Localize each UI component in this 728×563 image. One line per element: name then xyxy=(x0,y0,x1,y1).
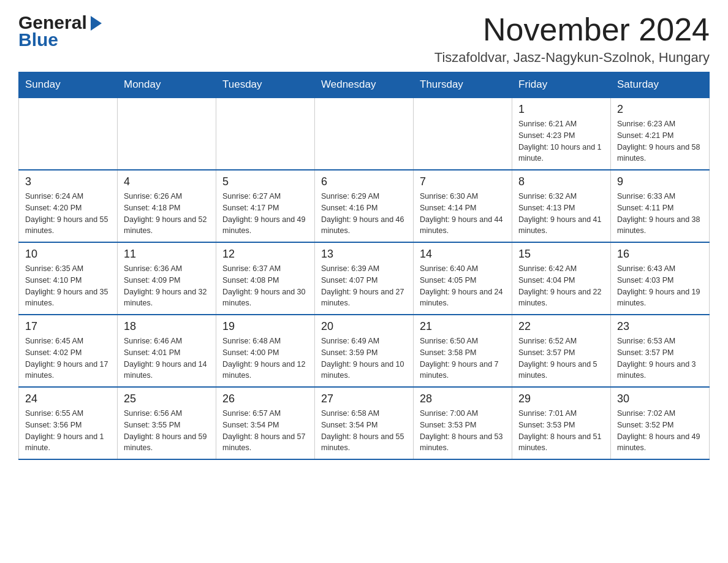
week-row-2: 3Sunrise: 6:24 AM Sunset: 4:20 PM Daylig… xyxy=(19,170,710,242)
week-row-5: 24Sunrise: 6:55 AM Sunset: 3:56 PM Dayli… xyxy=(19,387,710,459)
weekday-header-tuesday: Tuesday xyxy=(216,72,315,98)
weekday-header-saturday: Saturday xyxy=(611,72,710,98)
day-info: Sunrise: 6:24 AM Sunset: 4:20 PM Dayligh… xyxy=(25,191,111,237)
day-number: 14 xyxy=(420,248,506,261)
day-number: 23 xyxy=(617,320,703,333)
day-info: Sunrise: 6:42 AM Sunset: 4:04 PM Dayligh… xyxy=(518,263,604,309)
calendar-cell: 27Sunrise: 6:58 AM Sunset: 3:54 PM Dayli… xyxy=(315,387,414,459)
week-row-3: 10Sunrise: 6:35 AM Sunset: 4:10 PM Dayli… xyxy=(19,242,710,315)
calendar-cell: 23Sunrise: 6:53 AM Sunset: 3:57 PM Dayli… xyxy=(611,315,710,387)
day-number: 3 xyxy=(25,175,111,188)
day-number: 8 xyxy=(518,175,604,188)
day-info: Sunrise: 7:02 AM Sunset: 3:52 PM Dayligh… xyxy=(617,408,703,454)
day-info: Sunrise: 6:58 AM Sunset: 3:54 PM Dayligh… xyxy=(321,408,407,454)
day-number: 11 xyxy=(124,248,210,261)
calendar-cell: 5Sunrise: 6:27 AM Sunset: 4:17 PM Daylig… xyxy=(216,170,315,242)
calendar-cell xyxy=(414,98,512,170)
day-number: 9 xyxy=(617,175,703,188)
day-number: 26 xyxy=(222,393,308,405)
day-info: Sunrise: 6:29 AM Sunset: 4:16 PM Dayligh… xyxy=(321,191,407,237)
day-info: Sunrise: 6:56 AM Sunset: 3:55 PM Dayligh… xyxy=(124,408,210,454)
calendar-cell: 8Sunrise: 6:32 AM Sunset: 4:13 PM Daylig… xyxy=(512,170,611,242)
day-info: Sunrise: 6:57 AM Sunset: 3:54 PM Dayligh… xyxy=(222,408,308,454)
calendar-cell: 10Sunrise: 6:35 AM Sunset: 4:10 PM Dayli… xyxy=(19,242,118,315)
weekday-header-friday: Friday xyxy=(512,72,611,98)
day-number: 29 xyxy=(518,393,604,405)
day-number: 18 xyxy=(124,320,210,333)
day-info: Sunrise: 6:43 AM Sunset: 4:03 PM Dayligh… xyxy=(617,263,703,309)
day-info: Sunrise: 6:39 AM Sunset: 4:07 PM Dayligh… xyxy=(321,263,407,309)
week-row-1: 1Sunrise: 6:21 AM Sunset: 4:23 PM Daylig… xyxy=(19,98,710,170)
calendar-cell: 11Sunrise: 6:36 AM Sunset: 4:09 PM Dayli… xyxy=(118,242,216,315)
day-number: 4 xyxy=(124,175,210,188)
weekday-header-row: SundayMondayTuesdayWednesdayThursdayFrid… xyxy=(19,72,710,98)
day-info: Sunrise: 6:23 AM Sunset: 4:21 PM Dayligh… xyxy=(617,118,703,164)
day-number: 19 xyxy=(222,320,308,333)
day-number: 25 xyxy=(124,393,210,405)
calendar-cell: 24Sunrise: 6:55 AM Sunset: 3:56 PM Dayli… xyxy=(19,387,118,459)
calendar-cell: 30Sunrise: 7:02 AM Sunset: 3:52 PM Dayli… xyxy=(611,387,710,459)
day-info: Sunrise: 6:40 AM Sunset: 4:05 PM Dayligh… xyxy=(420,263,506,309)
day-number: 17 xyxy=(25,320,111,333)
calendar-cell: 14Sunrise: 6:40 AM Sunset: 4:05 PM Dayli… xyxy=(414,242,512,315)
day-info: Sunrise: 6:32 AM Sunset: 4:13 PM Dayligh… xyxy=(518,191,604,237)
day-number: 1 xyxy=(518,103,604,116)
calendar-cell: 20Sunrise: 6:49 AM Sunset: 3:59 PM Dayli… xyxy=(315,315,414,387)
weekday-header-sunday: Sunday xyxy=(19,72,118,98)
calendar-cell: 25Sunrise: 6:56 AM Sunset: 3:55 PM Dayli… xyxy=(118,387,216,459)
calendar-cell: 26Sunrise: 6:57 AM Sunset: 3:54 PM Dayli… xyxy=(216,387,315,459)
day-info: Sunrise: 6:37 AM Sunset: 4:08 PM Dayligh… xyxy=(222,263,308,309)
title-area: November 2024 Tiszafoldvar, Jasz-Nagykun… xyxy=(434,12,710,66)
calendar-table: SundayMondayTuesdayWednesdayThursdayFrid… xyxy=(18,72,710,460)
day-info: Sunrise: 6:36 AM Sunset: 4:09 PM Dayligh… xyxy=(124,263,210,309)
day-info: Sunrise: 6:49 AM Sunset: 3:59 PM Dayligh… xyxy=(321,335,407,381)
day-info: Sunrise: 6:55 AM Sunset: 3:56 PM Dayligh… xyxy=(25,408,111,454)
day-info: Sunrise: 6:46 AM Sunset: 4:01 PM Dayligh… xyxy=(124,335,210,381)
week-row-4: 17Sunrise: 6:45 AM Sunset: 4:02 PM Dayli… xyxy=(19,315,710,387)
calendar-cell: 15Sunrise: 6:42 AM Sunset: 4:04 PM Dayli… xyxy=(512,242,611,315)
calendar-cell xyxy=(19,98,118,170)
day-number: 12 xyxy=(222,248,308,261)
day-number: 24 xyxy=(25,393,111,405)
day-number: 6 xyxy=(321,175,407,188)
day-number: 30 xyxy=(617,393,703,405)
calendar-cell: 21Sunrise: 6:50 AM Sunset: 3:58 PM Dayli… xyxy=(414,315,512,387)
calendar-cell: 18Sunrise: 6:46 AM Sunset: 4:01 PM Dayli… xyxy=(118,315,216,387)
day-info: Sunrise: 6:27 AM Sunset: 4:17 PM Dayligh… xyxy=(222,191,308,237)
calendar-cell: 19Sunrise: 6:48 AM Sunset: 4:00 PM Dayli… xyxy=(216,315,315,387)
calendar-cell: 22Sunrise: 6:52 AM Sunset: 3:57 PM Dayli… xyxy=(512,315,611,387)
day-info: Sunrise: 6:50 AM Sunset: 3:58 PM Dayligh… xyxy=(420,335,506,381)
page-header: General Blue November 2024 Tiszafoldvar,… xyxy=(18,12,710,66)
day-number: 15 xyxy=(518,248,604,261)
calendar-cell: 2Sunrise: 6:23 AM Sunset: 4:21 PM Daylig… xyxy=(611,98,710,170)
day-number: 2 xyxy=(617,103,703,116)
calendar-cell: 16Sunrise: 6:43 AM Sunset: 4:03 PM Dayli… xyxy=(611,242,710,315)
day-info: Sunrise: 6:45 AM Sunset: 4:02 PM Dayligh… xyxy=(25,335,111,381)
calendar-cell: 9Sunrise: 6:33 AM Sunset: 4:11 PM Daylig… xyxy=(611,170,710,242)
day-info: Sunrise: 6:26 AM Sunset: 4:18 PM Dayligh… xyxy=(124,191,210,237)
day-info: Sunrise: 7:01 AM Sunset: 3:53 PM Dayligh… xyxy=(518,408,604,454)
weekday-header-monday: Monday xyxy=(118,72,216,98)
day-info: Sunrise: 6:30 AM Sunset: 4:14 PM Dayligh… xyxy=(420,191,506,237)
calendar-cell: 3Sunrise: 6:24 AM Sunset: 4:20 PM Daylig… xyxy=(19,170,118,242)
logo-chevron-icon xyxy=(91,16,102,31)
day-number: 28 xyxy=(420,393,506,405)
day-info: Sunrise: 6:52 AM Sunset: 3:57 PM Dayligh… xyxy=(518,335,604,381)
calendar-cell: 29Sunrise: 7:01 AM Sunset: 3:53 PM Dayli… xyxy=(512,387,611,459)
day-number: 22 xyxy=(518,320,604,333)
logo-blue-text: Blue xyxy=(18,29,102,50)
logo: General Blue xyxy=(18,12,102,50)
calendar-cell: 7Sunrise: 6:30 AM Sunset: 4:14 PM Daylig… xyxy=(414,170,512,242)
calendar-cell: 4Sunrise: 6:26 AM Sunset: 4:18 PM Daylig… xyxy=(118,170,216,242)
location-title: Tiszafoldvar, Jasz-Nagykun-Szolnok, Hung… xyxy=(434,50,710,66)
weekday-header-thursday: Thursday xyxy=(414,72,512,98)
day-number: 16 xyxy=(617,248,703,261)
day-info: Sunrise: 6:48 AM Sunset: 4:00 PM Dayligh… xyxy=(222,335,308,381)
calendar-cell: 1Sunrise: 6:21 AM Sunset: 4:23 PM Daylig… xyxy=(512,98,611,170)
calendar-cell: 6Sunrise: 6:29 AM Sunset: 4:16 PM Daylig… xyxy=(315,170,414,242)
calendar-cell xyxy=(216,98,315,170)
month-title: November 2024 xyxy=(434,12,710,47)
day-number: 27 xyxy=(321,393,407,405)
calendar-cell xyxy=(315,98,414,170)
day-number: 10 xyxy=(25,248,111,261)
